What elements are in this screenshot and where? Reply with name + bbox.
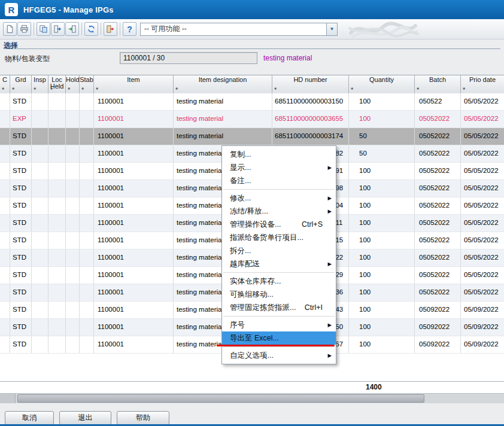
column-filter-marker[interactable]: * [81, 87, 84, 93]
column-header[interactable]: Quantity* [349, 75, 415, 93]
menu-item[interactable]: 复制... [222, 148, 336, 161]
menu-item[interactable]: 拆分... [222, 244, 336, 257]
column-filter-marker[interactable]: * [12, 87, 14, 93]
table-cell: 100 [349, 284, 415, 301]
table-cell [48, 163, 66, 179]
table-cell [0, 249, 10, 266]
refresh-button[interactable] [84, 22, 98, 36]
menu-item[interactable]: 管理固定拣货指派...Ctrl+I [222, 301, 336, 314]
column-header[interactable]: Stab* [80, 75, 94, 93]
red-underline-annotation [217, 345, 335, 346]
menu-item-label: 自定义选项... [230, 351, 274, 360]
menu-item[interactable]: 指派给备货单行项目... [222, 231, 336, 244]
column-header[interactable]: C* [0, 75, 10, 93]
table-cell: 1100001 [94, 180, 174, 197]
print-button[interactable] [17, 22, 31, 36]
column-filter-marker[interactable]: * [175, 87, 178, 93]
menu-item[interactable]: 序号▶ [222, 318, 336, 331]
toolbar-separator [81, 23, 82, 35]
material-field-value[interactable]: 1100001 / 30 [120, 52, 257, 64]
table-row[interactable]: STD1100001testing material68511000000000… [0, 128, 504, 145]
menu-item[interactable]: 越库配送▶ [222, 257, 336, 270]
horizontal-scrollbar[interactable] [0, 393, 504, 403]
column-filter-marker[interactable]: * [96, 87, 98, 93]
table-cell: 05/05/2022 [461, 163, 504, 179]
column-header[interactable]: HD number* [272, 75, 349, 93]
table-cell [48, 284, 66, 301]
table-cell [0, 215, 10, 232]
exit-button[interactable] [104, 22, 117, 36]
table-cell: 100 [349, 163, 415, 179]
menu-item[interactable]: 显示...▶ [222, 161, 336, 174]
menu-item[interactable]: 可换组移动... [222, 288, 336, 301]
menu-item[interactable]: 修改...▶ [222, 191, 336, 205]
exit-dialog-button[interactable]: 退出 [59, 411, 111, 425]
column-header-label: Grd [10, 75, 31, 83]
table-row[interactable]: EXP1100001testing material68511000000000… [0, 111, 504, 128]
copy-button[interactable] [37, 22, 50, 36]
menu-item[interactable]: 管理操作设备...Ctrl+S [222, 218, 336, 231]
column-header[interactable]: Batch* [415, 75, 461, 93]
cancel-button[interactable]: 取消 [5, 411, 54, 425]
table-cell: 05052022 [415, 128, 461, 145]
refresh-icon [87, 25, 96, 34]
table-cell: 05052022 [415, 111, 461, 127]
table-cell [66, 249, 80, 266]
help-dialog-button[interactable]: 帮助 [117, 411, 169, 425]
column-header-label: Quantity [349, 75, 414, 83]
column-header[interactable]: Insp* [32, 75, 48, 93]
column-header[interactable]: Loc Held* [48, 75, 66, 93]
menu-item[interactable]: 实体仓库库存... [222, 275, 336, 288]
table-cell [32, 180, 48, 197]
export-button[interactable] [51, 22, 65, 36]
menu-item-label: 导出至 Excel... [230, 334, 279, 342]
table-cell: STD [10, 163, 32, 179]
table-cell: testing material [174, 111, 272, 127]
scrollbar-thumb[interactable] [17, 394, 424, 403]
scrollbar-left-cap[interactable] [0, 394, 16, 403]
column-header[interactable]: Hold* [66, 75, 80, 93]
table-cell [32, 319, 48, 336]
table-cell: 1100001 [94, 232, 174, 249]
table-cell: 05052022 [415, 267, 461, 284]
table-cell: 05/09/2022 [461, 302, 504, 318]
column-filter-marker[interactable]: * [417, 87, 419, 93]
column-filter-marker[interactable]: * [68, 87, 70, 93]
available-functions-dropdown[interactable]: -- 可用功能 -- ▼ [140, 23, 338, 36]
column-filter-marker[interactable]: * [463, 87, 465, 93]
column-filter-marker[interactable]: * [2, 87, 4, 93]
table-cell: STD [10, 336, 32, 353]
column-filter-marker[interactable]: * [351, 87, 353, 93]
column-filter-marker[interactable]: * [34, 87, 36, 93]
column-header[interactable]: Prio date* [461, 75, 504, 93]
column-filter-marker[interactable]: * [274, 87, 277, 93]
table-cell: STD [10, 267, 32, 284]
table-cell: 05/05/2022 [461, 232, 504, 249]
menu-item[interactable]: 自定义选项...▶ [222, 349, 336, 362]
column-header[interactable]: Item designation* [174, 75, 272, 93]
submenu-arrow-icon: ▶ [327, 257, 332, 270]
window-title: HFGEG5 - Manage IPGs [23, 5, 114, 14]
table-cell: 1100001 [94, 128, 174, 145]
menu-item[interactable]: 导出至 Excel... [222, 331, 336, 345]
menu-item[interactable]: 备注... [222, 174, 336, 187]
table-cell [66, 180, 80, 197]
import-button[interactable] [65, 22, 79, 36]
menu-item[interactable]: 冻结/释放...▶ [222, 205, 336, 218]
column-header[interactable]: Grd* [10, 75, 32, 93]
help-button[interactable]: ? [123, 22, 136, 36]
table-cell: 05/05/2022 [461, 93, 504, 110]
new-document-button[interactable] [3, 22, 17, 36]
column-header[interactable]: Item* [94, 75, 174, 93]
help-icon: ? [127, 25, 132, 34]
dropdown-selected-value: -- 可用功能 -- [141, 24, 326, 34]
table-row[interactable]: STD1100001testing material68511000000000… [0, 93, 504, 111]
column-filter-marker[interactable]: * [50, 87, 53, 93]
table-cell: 100 [349, 232, 415, 249]
table-cell: 05/05/2022 [461, 145, 504, 162]
table-cell [66, 302, 80, 318]
dropdown-arrow-icon[interactable]: ▼ [326, 23, 337, 35]
table-cell: STD [10, 302, 32, 318]
table-cell: 100 [349, 197, 415, 214]
table-cell [0, 267, 10, 284]
